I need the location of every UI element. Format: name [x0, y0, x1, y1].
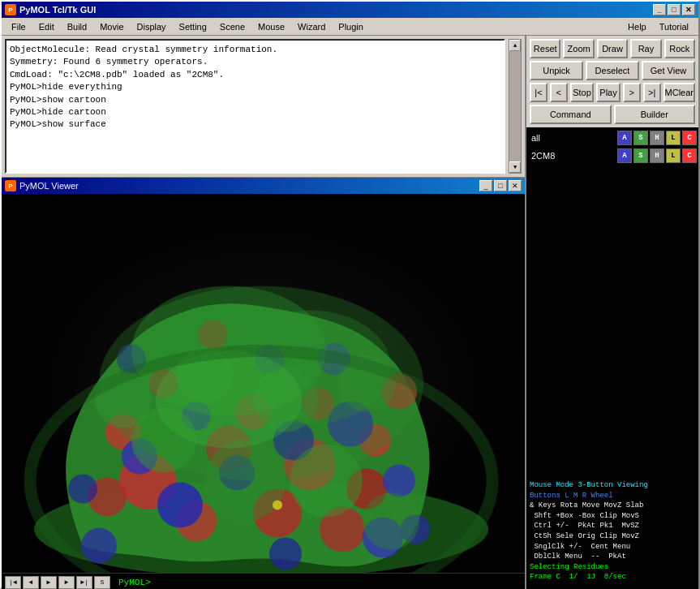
- last-frame-button[interactable]: >|: [643, 83, 661, 102]
- menu-tutorial[interactable]: Tutorial: [653, 18, 695, 35]
- info-line-3: & Keys Rota Move MovZ Slab: [530, 501, 695, 511]
- console-line: PyMOL>hide cartoon: [10, 106, 500, 118]
- 2cm8-action-button[interactable]: A: [617, 148, 632, 163]
- info-line-1: Mouse Mode 3-Button Viewing: [530, 480, 695, 491]
- viewer-title: PyMOL Viewer: [19, 181, 79, 191]
- svg-point-45: [273, 501, 282, 510]
- all-show-button[interactable]: S: [633, 131, 648, 145]
- console-line: CmdLoad: "c:\2CM8.pdb" loaded as "2CM8".: [10, 69, 500, 81]
- info-line-8: DblClk Menu -- PkAt: [530, 552, 695, 562]
- button-row-1: Reset Zoom Draw Ray Rock: [530, 39, 695, 58]
- menu-movie[interactable]: Movie: [93, 18, 130, 35]
- 2cm8-color-button[interactable]: C: [682, 148, 697, 163]
- viewer-prev-frame-button[interactable]: ◄: [23, 576, 39, 589]
- command-button[interactable]: Command: [530, 105, 612, 124]
- object-list: all A S H L C 2CM8 A S H L C: [526, 127, 698, 477]
- deselect-button[interactable]: Deselect: [586, 61, 639, 80]
- main-title-bar: P PyMOL Tcl/Tk GUI _ □ ✕: [2, 2, 698, 18]
- viewer-window: P PyMOL Viewer _ □ ✕: [2, 178, 525, 589]
- object-row-all: all A S H L C: [528, 129, 697, 147]
- svg-point-40: [363, 493, 419, 550]
- viewer-title-buttons: _ □ ✕: [479, 180, 522, 191]
- scroll-up-button[interactable]: ▲: [509, 40, 521, 51]
- prev-frame-button[interactable]: <: [550, 83, 568, 102]
- menu-scene[interactable]: Scene: [213, 18, 251, 35]
- main-window: P PyMOL Tcl/Tk GUI _ □ ✕ File Edit Build…: [0, 0, 700, 589]
- viewer-minimize-button[interactable]: _: [479, 180, 492, 191]
- console-output[interactable]: ObjectMolecule: Read crystal symmetry in…: [5, 39, 505, 174]
- ray-button[interactable]: Ray: [630, 39, 661, 58]
- viewer-canvas[interactable]: [2, 194, 525, 573]
- app-icon: P: [5, 4, 16, 15]
- viewer-s-button[interactable]: S: [94, 576, 110, 589]
- menu-display[interactable]: Display: [131, 18, 173, 35]
- viewer-icon: P: [5, 180, 16, 191]
- builder-button[interactable]: Builder: [614, 105, 696, 124]
- title-buttons: _ □ ✕: [653, 4, 695, 15]
- all-hide-button[interactable]: H: [650, 131, 664, 145]
- 2cm8-label-button[interactable]: L: [666, 148, 681, 163]
- zoom-button[interactable]: Zoom: [563, 39, 594, 58]
- menu-setting[interactable]: Setting: [173, 18, 213, 35]
- menu-bar: File Edit Build Movie Display Setting Sc…: [2, 18, 698, 36]
- svg-point-25: [269, 538, 302, 570]
- reset-button[interactable]: Reset: [530, 39, 560, 58]
- viewer-maximize-button[interactable]: □: [494, 180, 507, 191]
- viewer-close-button[interactable]: ✕: [509, 180, 522, 191]
- mclear-button[interactable]: MClear: [663, 83, 695, 102]
- object-name-2cm8: 2CM8: [528, 151, 616, 161]
- info-line-5: Ctrl +/- PkAt Pk1 MvSZ: [530, 521, 695, 531]
- play-button[interactable]: Play: [596, 83, 621, 102]
- minimize-button[interactable]: _: [653, 4, 666, 15]
- all-label-button[interactable]: L: [666, 131, 681, 145]
- viewer-next-frame-button[interactable]: ►: [58, 576, 75, 589]
- object-row-2cm8: 2CM8 A S H L C: [528, 147, 697, 165]
- molecule-visualization: [2, 194, 525, 573]
- menu-file[interactable]: File: [5, 18, 32, 35]
- viewer-play-button[interactable]: ▶: [41, 576, 57, 589]
- info-line-6: CtSh Sele Orig Clip MovZ: [530, 531, 695, 542]
- 2cm8-show-button[interactable]: S: [633, 148, 648, 163]
- console-line: ObjectMolecule: Read crystal symmetry in…: [10, 44, 500, 56]
- title-bar-left: P PyMOL Tcl/Tk GUI: [5, 4, 96, 15]
- scroll-down-button[interactable]: ▼: [509, 161, 521, 173]
- menu-edit[interactable]: Edit: [32, 18, 61, 35]
- scroll-track: [509, 51, 521, 161]
- viewer-title-bar: P PyMOL Viewer _ □ ✕: [2, 178, 525, 194]
- svg-point-24: [81, 528, 117, 564]
- menu-plugin[interactable]: Plugin: [332, 18, 370, 35]
- info-line-7: SnglClk +/- Cent Menu: [530, 542, 695, 552]
- console-input-area: PyMOL>: [112, 574, 522, 590]
- close-button[interactable]: ✕: [682, 4, 695, 15]
- all-color-button[interactable]: C: [682, 131, 697, 145]
- rock-button[interactable]: Rock: [664, 39, 695, 58]
- viewer-title-left: P PyMOL Viewer: [5, 180, 79, 191]
- all-action-button[interactable]: A: [617, 131, 632, 145]
- viewer-bottom-bar: |◄ ◄ ▶ ► ►| S PyMOL>: [2, 573, 525, 589]
- next-frame-button[interactable]: >: [623, 83, 641, 102]
- viewer-first-frame-button[interactable]: |◄: [5, 576, 21, 589]
- draw-button[interactable]: Draw: [597, 39, 628, 58]
- get-view-button[interactable]: Get View: [642, 61, 695, 80]
- stop-button[interactable]: Stop: [570, 83, 595, 102]
- info-line-10: Frame C 1/ 1J 8/sec: [530, 572, 695, 583]
- info-panel: Mouse Mode 3-Button Viewing Buttons L M …: [526, 477, 698, 589]
- info-line-4: Shft +Box -Box Clip MovS: [530, 511, 695, 522]
- maximize-button[interactable]: □: [668, 4, 681, 15]
- unpick-button[interactable]: Unpick: [530, 61, 583, 80]
- right-panel: Reset Zoom Draw Ray Rock Unpick Deselect…: [525, 36, 698, 589]
- viewer-last-frame-button[interactable]: ►|: [76, 576, 92, 589]
- menu-wizard[interactable]: Wizard: [291, 18, 332, 35]
- button-row-4: Command Builder: [530, 105, 695, 124]
- menu-build[interactable]: Build: [61, 18, 93, 35]
- console-line: PyMOL>show surface: [10, 118, 500, 131]
- console-line: PyMOL>hide everything: [10, 81, 500, 93]
- content-area: ObjectMolecule: Read crystal symmetry in…: [2, 36, 698, 589]
- menu-help[interactable]: Help: [621, 18, 653, 35]
- menu-mouse[interactable]: Mouse: [251, 18, 291, 35]
- console-line: Symmetry: Found 6 symmetry operators.: [10, 56, 500, 68]
- left-panel: ObjectMolecule: Read crystal symmetry in…: [2, 36, 525, 589]
- 2cm8-hide-button[interactable]: H: [650, 148, 664, 163]
- info-line-2: Buttons L M R Wheel: [530, 491, 695, 501]
- first-frame-button[interactable]: |<: [530, 83, 548, 102]
